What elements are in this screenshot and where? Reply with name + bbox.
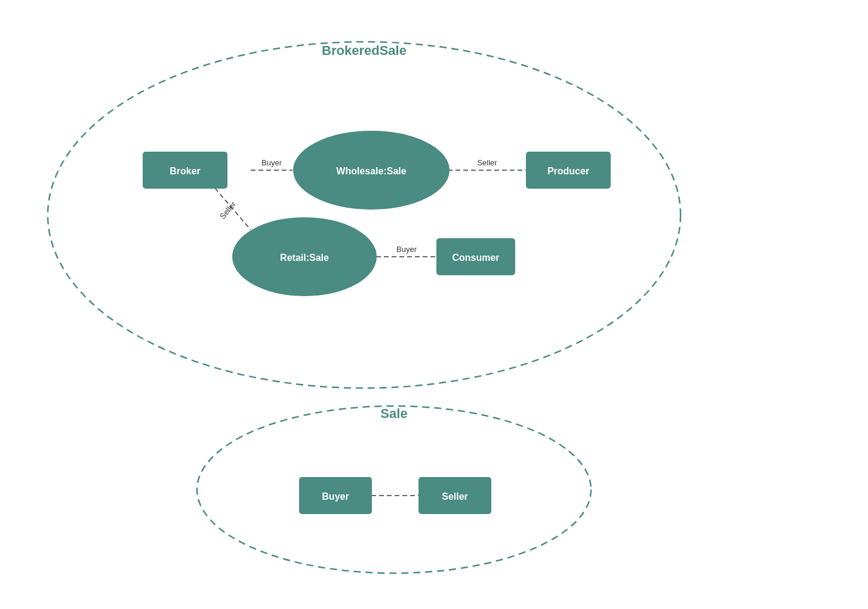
brokered-sale-label: BrokeredSale [322, 43, 407, 58]
producer-label: Producer [547, 166, 589, 176]
wholesale-sale-label: Wholesale:Sale [336, 166, 406, 176]
diagram-svg: BrokeredSale Sale Buyer Seller Seller Bu… [0, 0, 868, 609]
buyer-label-retail: Buyer [396, 245, 417, 254]
brokered-sale-container [48, 42, 681, 388]
retail-sale-label: Retail:Sale [280, 253, 329, 263]
seller-label-top: Seller [477, 158, 497, 167]
seller-label-diag: Seller [218, 199, 238, 221]
seller-bottom-label: Seller [442, 491, 468, 502]
consumer-label: Consumer [452, 253, 499, 263]
broker-label: Broker [170, 166, 201, 176]
buyer-label-top: Buyer [261, 158, 282, 167]
sale-label: Sale [380, 406, 407, 421]
sale-container [197, 406, 591, 573]
buyer-bottom-label: Buyer [322, 491, 349, 502]
